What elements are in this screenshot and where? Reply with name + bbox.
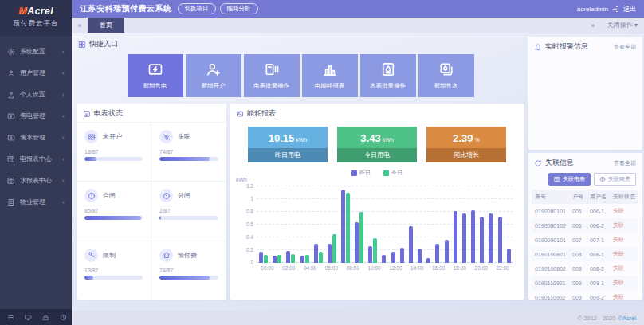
- bar-昨日-07:00: [355, 222, 359, 263]
- switch-off-icon: [163, 192, 171, 200]
- legend-item-今日: 今日: [383, 169, 402, 177]
- tabs-scroll-left-icon[interactable]: «: [72, 18, 88, 33]
- logout-icon[interactable]: [612, 6, 619, 13]
- x-tick-label: 04:00: [300, 265, 321, 271]
- switch-off-icon: [159, 189, 173, 202]
- status-progress-fill: [84, 216, 141, 220]
- monitor-icon[interactable]: [25, 314, 32, 321]
- sidebar-item-electricity-report-center[interactable]: 电报表中心‹: [0, 148, 72, 170]
- lock-icon[interactable]: [42, 314, 49, 321]
- app-root: MAcrel 预付费云平台 系统配置‹用户管理‹个人设置‹售电管理‹售水管理‹电…: [0, 0, 644, 325]
- bar-group-17:00: [454, 186, 457, 263]
- bar-group-07:00: [355, 186, 363, 263]
- table-cell: 008-2: [587, 261, 610, 276]
- sidebar-item-water-report-center[interactable]: 水报表中心‹: [0, 170, 72, 191]
- sidebar-item-system-config[interactable]: 系统配置‹: [0, 41, 72, 62]
- chevron-collapse-icon: ‹: [62, 155, 65, 163]
- energy-analysis-button[interactable]: 能耗分析: [220, 3, 258, 14]
- table-cell: 008: [569, 261, 587, 276]
- switch-project-button[interactable]: 切换项目: [178, 3, 216, 14]
- bar-昨日-15:00: [435, 244, 439, 263]
- status-progress-fill: [84, 157, 96, 161]
- energy-report-panel: 能耗报表 10.15kWh昨日用电3.43kWh今日用电2.39%同比增长 昨日…: [230, 104, 524, 300]
- quick-tile-label: 电表批量操作: [253, 82, 289, 90]
- bar-group-00:00: [259, 186, 268, 263]
- quick-tile-electricity-energy-report[interactable]: 电能耗报表: [302, 54, 358, 97]
- meter-status-header: 电表状态: [77, 104, 226, 122]
- chart-legend: 昨日今日: [230, 169, 524, 177]
- sidebar-item-label: 物业管理: [20, 198, 45, 206]
- center-column: 快捷入口 新增售电新增开户电表批量操作电能耗报表水表批量操作新增售水 电表状态 …: [77, 37, 524, 300]
- y-tick-label: 0.4: [238, 234, 253, 240]
- bar-昨日-09:00: [382, 255, 386, 263]
- sidebar-item-personal-settings[interactable]: 个人设置‹: [0, 84, 72, 105]
- topbar-user-area: acreladmin 退出: [577, 5, 636, 14]
- bar-昨日-05:00: [328, 244, 332, 263]
- y-tick-label: 0.8: [238, 209, 253, 214]
- tab-首页[interactable]: 首页: [88, 18, 124, 33]
- card-bolt-icon: [147, 61, 163, 77]
- meter-status-icon: [83, 110, 91, 118]
- y-tick-label: 0.6: [238, 221, 253, 227]
- table-cell: 失联: [610, 233, 638, 247]
- quick-tile-add-account[interactable]: 新增开户: [186, 54, 242, 97]
- menu-icon[interactable]: [7, 314, 14, 321]
- bar-今日-05:00: [332, 234, 336, 263]
- chart-plot-area: kWh 00.20.40.60.811.2: [257, 186, 513, 263]
- offline-view-all-link[interactable]: 查看全部: [614, 159, 636, 167]
- bar-group-12:00: [409, 186, 413, 263]
- status-progress-fill: [159, 157, 210, 161]
- alarm-view-all-link[interactable]: 查看全部: [614, 43, 636, 51]
- sync-icon: [534, 159, 542, 167]
- bar-group-11:00: [400, 186, 404, 263]
- open-tabs: 首页: [88, 18, 124, 33]
- bar-昨日-14:00: [426, 258, 430, 263]
- sidebar-item-user-management[interactable]: 用户管理‹: [0, 62, 72, 84]
- bar-今日-01:00: [277, 255, 281, 263]
- x-tick-label: 12:00: [385, 265, 406, 271]
- table-cell: 006-2: [587, 218, 610, 233]
- status-card-not-opened: 未开户18/87: [77, 122, 151, 181]
- chevron-collapse-icon: ‹: [62, 134, 65, 142]
- table-row: 0190080102006006-2失联: [532, 218, 638, 233]
- bar-昨日-17:00: [454, 211, 457, 263]
- right-column: 实时报警信息 查看全部 失联信息 查看全部 失联电表失联网关 表号户号用户名失联…: [528, 37, 642, 300]
- quick-tile-add-electricity-sale[interactable]: 新增售电: [128, 54, 183, 97]
- status-progress-bar: [84, 276, 143, 280]
- sidebar-item-electricity-sale[interactable]: 售电管理‹: [0, 105, 72, 127]
- bar-昨日-20:00: [480, 217, 484, 263]
- add-user-icon: [206, 61, 222, 77]
- quick-tile-meter-batch-ops[interactable]: 电表批量操作: [244, 54, 300, 97]
- quick-tile-water-meter-batch-ops[interactable]: 水表批量操作: [360, 54, 416, 97]
- tabs-scroll-right-icon[interactable]: »: [585, 22, 601, 29]
- offline-tab-offline-meters[interactable]: 失联电表: [548, 173, 591, 186]
- bar-group-13:00: [418, 186, 422, 263]
- bell-icon: [534, 43, 542, 51]
- switch-on-icon: [88, 192, 96, 200]
- table-cell: 失联: [610, 247, 638, 261]
- bar-今日-08:00: [373, 238, 377, 263]
- y-tick-label: 0.2: [238, 247, 253, 253]
- report-grid-icon: [554, 176, 560, 182]
- sidebar-item-property-management[interactable]: 物业管理‹: [0, 191, 72, 213]
- energy-report-header: 能耗报表: [230, 104, 524, 122]
- stat-label: 昨日用电: [248, 148, 328, 162]
- dashboard-content: 快捷入口 新增售电新增开户电表批量操作电能耗报表水表批量操作新增售水 电表状态 …: [72, 33, 644, 311]
- table-cell: 009-2: [587, 290, 610, 304]
- energy-report-icon: [236, 110, 244, 118]
- sell-water-icon: [438, 61, 454, 77]
- quick-tile-add-water-sale[interactable]: 新增售水: [418, 54, 474, 97]
- clock-icon[interactable]: [60, 314, 67, 321]
- status-card-value: 74/87: [159, 149, 218, 155]
- offline-tab-label: 失联网关: [608, 175, 630, 183]
- chevron-collapse-icon: ‹: [62, 91, 65, 99]
- footer-brand-link[interactable]: ©Acrel: [618, 315, 636, 322]
- logout-button[interactable]: 退出: [623, 5, 636, 14]
- sidebar-item-label: 电报表中心: [20, 155, 52, 163]
- offline-tab-offline-gateways[interactable]: 失联网关: [594, 173, 636, 186]
- close-operations-dropdown[interactable]: 关闭操作 ▾: [607, 21, 638, 29]
- offline-tab-row: 失联电表失联网关: [528, 171, 642, 190]
- sidebar-item-water-sale[interactable]: 售水管理‹: [0, 127, 72, 148]
- bar-昨日-13:00: [418, 249, 422, 263]
- status-card-value: 13/87: [84, 268, 143, 273]
